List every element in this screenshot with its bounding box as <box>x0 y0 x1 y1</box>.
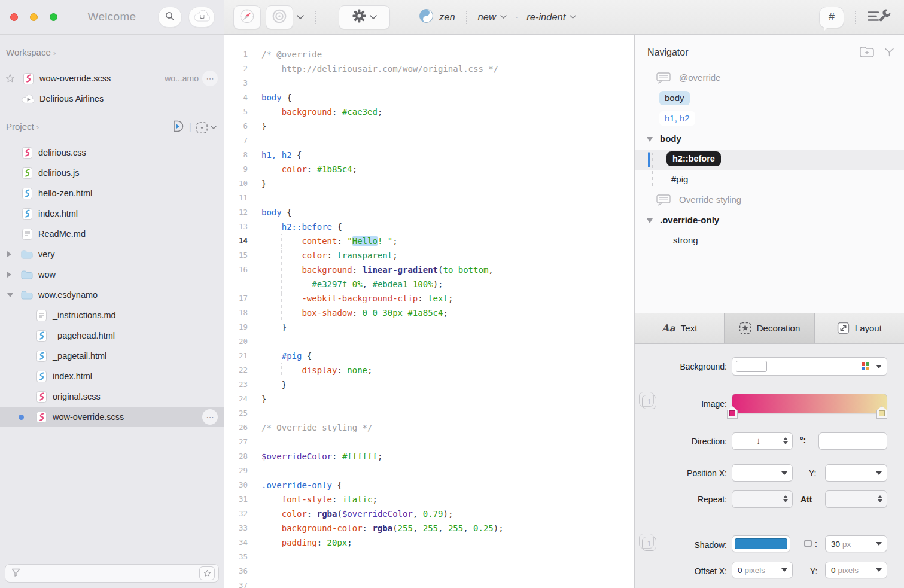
file-row[interactable]: _pagehead.html <box>0 325 224 346</box>
file-row[interactable]: index.html <box>0 366 224 386</box>
workspace-item[interactable]: Delirious Airlines <box>0 89 224 109</box>
file-row[interactable]: wow-override.scss⋯ <box>0 407 224 427</box>
navigator-item-child[interactable]: strong <box>635 231 904 251</box>
line-number: 9 <box>225 162 248 176</box>
code-line: 26/* Override styling */ <box>225 421 634 435</box>
chevron-down-icon <box>211 126 217 130</box>
file-row[interactable]: very <box>0 244 224 264</box>
css-shorthand-button[interactable]: # <box>819 7 844 28</box>
file-row[interactable]: hello-zen.html <box>0 183 224 203</box>
workspace-item[interactable]: wow-override.scsswo...amo⋯ <box>0 68 224 89</box>
more-actions-button[interactable]: ⋯ <box>202 409 218 425</box>
gradient-editor-bar[interactable] <box>732 394 887 413</box>
reindent-button[interactable]: re-indent <box>526 11 576 23</box>
disclosure-right-icon[interactable] <box>7 251 11 257</box>
tab-layout[interactable]: Layout <box>815 313 904 343</box>
navigator-selector-chip[interactable]: body <box>659 91 690 105</box>
file-row[interactable]: index.html <box>0 203 224 224</box>
indent-guide <box>281 363 282 377</box>
file-row[interactable]: _instructions.md <box>0 305 224 325</box>
navigator-item-chip[interactable]: body <box>635 89 904 109</box>
tab-text[interactable]: AaText <box>635 313 724 343</box>
new-snippet-button[interactable]: new <box>478 11 507 23</box>
line-number: 18 <box>225 306 248 320</box>
navigator-filter-icon[interactable] <box>884 48 894 59</box>
line-number: 2 <box>225 62 248 76</box>
navigator-panel: Navigator @overridebodyh1, h2bodyh2::bef… <box>634 35 904 313</box>
file-row[interactable]: wow.esdynamo <box>0 285 224 305</box>
disclosure-down-icon[interactable] <box>647 218 653 223</box>
tools-wrench-icon[interactable] <box>867 9 891 26</box>
navigator-selected-rule[interactable]: h2::before <box>666 151 721 166</box>
file-name: _pagehead.html <box>53 331 115 340</box>
code-line: 14 content: "Hello! "; <box>225 234 634 248</box>
shadow-color-well[interactable] <box>732 535 790 552</box>
position-x-combo[interactable] <box>732 464 793 482</box>
position-x-label: Position X: <box>636 468 727 478</box>
code-editor[interactable]: 1/* @override2 http://deliriousair.com/w… <box>225 35 634 588</box>
sync-target-button[interactable] <box>266 5 293 29</box>
attachment-stepper[interactable] <box>825 490 887 508</box>
repeat-stepper[interactable] <box>732 490 793 508</box>
background-color-swatch[interactable] <box>736 361 767 372</box>
navigator-item-comment[interactable]: @override <box>635 68 904 89</box>
code-line: 19 } <box>225 320 634 334</box>
toolbar-divider <box>466 11 467 24</box>
indent-guide <box>261 377 261 392</box>
disclosure-down-icon[interactable] <box>647 137 653 142</box>
dropdown-arrow-icon <box>876 471 882 475</box>
navigator-selector-chip[interactable]: h1, h2 <box>659 111 695 126</box>
dropdown-arrow-icon <box>876 365 882 368</box>
line-number: 30 <box>225 478 248 492</box>
offset-x-dropdown[interactable]: 0pixels <box>732 562 793 578</box>
smiley-cloud-icon <box>194 10 210 24</box>
publish-settings-icon[interactable] <box>196 121 217 134</box>
navigator-item-comment[interactable]: Override styling <box>635 190 904 211</box>
navigator-item-group[interactable]: .override-only <box>635 211 904 231</box>
disclosure-down-icon[interactable] <box>7 293 13 297</box>
line-number: 16 <box>225 263 248 277</box>
search-button[interactable] <box>158 7 182 28</box>
feedback-button[interactable] <box>188 7 215 28</box>
file-row[interactable]: delirious.css <box>0 142 224 163</box>
disclosure-right-icon[interactable] <box>7 272 11 278</box>
code-line: 9 color: #1b85c4; <box>225 162 634 176</box>
line-number: 17 <box>225 291 248 306</box>
navigator-item-group[interactable]: body <box>635 129 904 150</box>
file-row[interactable]: ReadMe.md <box>0 224 224 244</box>
file-row[interactable]: wow <box>0 264 224 285</box>
text-tab-icon: Aa <box>662 322 675 334</box>
direction-degrees-field[interactable] <box>818 432 887 450</box>
dynamo-icon[interactable] <box>171 120 185 135</box>
position-y-combo[interactable] <box>825 464 887 482</box>
indent-guide <box>261 277 261 291</box>
project-section-header[interactable]: Project › <box>6 121 39 132</box>
chevron-down-icon[interactable] <box>297 15 304 20</box>
zen-snippet-button[interactable]: zen <box>419 8 455 26</box>
preview-button[interactable] <box>233 5 261 29</box>
favorite-star-icon[interactable] <box>5 74 15 85</box>
tab-decoration[interactable]: Decoration <box>724 313 814 343</box>
navigator-item-selected[interactable]: h2::before <box>635 150 904 170</box>
navigator-child-label: strong <box>673 235 698 245</box>
background-color-combo[interactable] <box>732 357 887 376</box>
shadow-blur-dropdown[interactable]: 30px <box>825 535 887 552</box>
file-row[interactable]: _pagetail.html <box>0 346 224 366</box>
actions-gear-button[interactable] <box>339 5 390 29</box>
code-line: 21 #pig { <box>225 349 634 363</box>
code-line: 2 http://deliriousair.com/wow/original.c… <box>225 62 634 76</box>
navigator-item-child[interactable]: #pig <box>635 170 904 190</box>
direction-stepper[interactable]: ↓ <box>732 432 793 450</box>
workspace-section-header[interactable]: Workspace › <box>6 47 56 57</box>
html-icon <box>20 188 34 199</box>
sync-target-abbrev: wo...amo <box>165 74 199 83</box>
filter-favorites-button[interactable] <box>199 566 215 580</box>
code-line: 1/* @override <box>225 47 634 62</box>
file-row[interactable]: original.scss <box>0 386 224 407</box>
new-group-icon[interactable] <box>859 46 875 60</box>
file-row[interactable]: delirious.js <box>0 163 224 183</box>
file-filter-field[interactable] <box>5 564 219 583</box>
offset-y-dropdown[interactable]: 0pixels <box>825 562 887 578</box>
more-actions-button[interactable]: ⋯ <box>202 71 218 86</box>
navigator-item-chip[interactable]: h1, h2 <box>635 109 904 129</box>
